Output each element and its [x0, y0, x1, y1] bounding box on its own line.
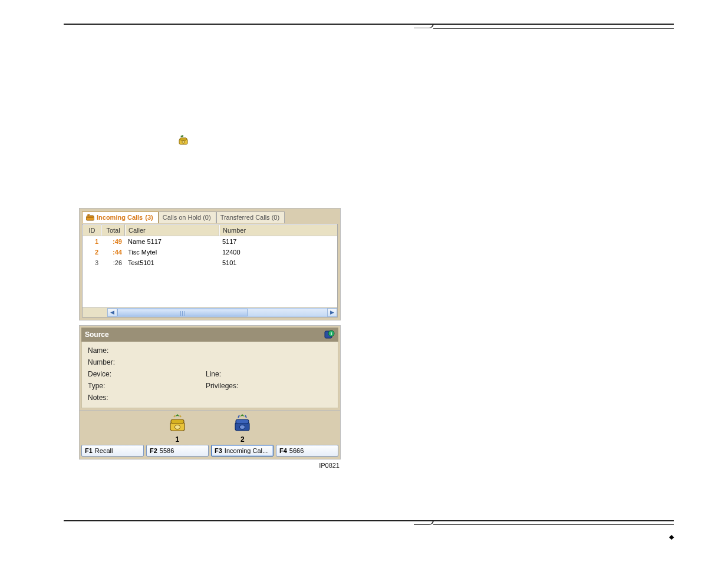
softkey-f2-label: 5586: [160, 447, 174, 454]
cell-id: 1: [83, 236, 101, 247]
scroll-track[interactable]: [117, 308, 327, 317]
cell-id: 2: [83, 247, 101, 257]
softkey-f1[interactable]: F1 Recall: [81, 445, 144, 457]
softkey-f4-key: F4: [279, 447, 287, 454]
page-bottom-notch: [414, 520, 434, 525]
tab-hold-label: Calls on Hold (0): [163, 214, 211, 221]
grid-header: ID Total Caller Number: [83, 224, 337, 236]
svg-rect-9: [171, 419, 184, 424]
svg-point-2: [182, 141, 185, 143]
svg-text:i: i: [331, 331, 332, 336]
tab-incoming-label: Incoming Calls: [97, 214, 143, 221]
table-row[interactable]: 2 :44 Tisc Mytel 12400: [83, 247, 337, 257]
source-field-privileges: Privileges:: [206, 382, 324, 390]
source-header: Source i: [81, 328, 338, 342]
softkey-f4-label: 5666: [289, 447, 304, 454]
cell-caller: Name 5117: [125, 236, 219, 247]
page-bottom-rule-thin: [433, 524, 674, 525]
col-header-total[interactable]: Total: [101, 224, 125, 236]
cell-number: 5101: [219, 257, 337, 268]
page-top-rule: [64, 24, 674, 25]
cell-number: 5117: [219, 236, 337, 247]
scroll-thumb[interactable]: [117, 309, 248, 316]
source-field-device: Device:: [88, 370, 206, 378]
source-field-type: Type:: [88, 382, 206, 390]
source-field-name: Name:: [88, 346, 324, 355]
table-row[interactable]: 3 :26 Test5101 5101: [83, 257, 337, 268]
figure-id: IP0821: [79, 459, 341, 469]
page-top-rule-thin: [433, 28, 674, 29]
call-queues-panel: Incoming Calls (3) Calls on Hold (0) Tra…: [79, 208, 341, 320]
tab-calls-on-hold[interactable]: Calls on Hold (0): [159, 211, 216, 223]
softkey-f1-key: F1: [85, 447, 93, 454]
svg-point-10: [174, 425, 180, 429]
softkey-strip: 1 2: [79, 411, 341, 459]
ringing-phone-blue-icon: [232, 413, 252, 434]
tab-transferred-calls[interactable]: Transferred Calls (0): [216, 211, 285, 223]
cell-number: 12400: [219, 247, 337, 257]
tab-incoming-calls[interactable]: Incoming Calls (3): [82, 211, 159, 223]
svg-rect-4: [87, 216, 94, 217]
col-header-caller[interactable]: Caller: [125, 224, 219, 236]
tab-incoming-count: (3): [145, 214, 153, 221]
phone-line-2-number: 2: [241, 435, 245, 444]
page-bottom-rule: [64, 520, 674, 521]
softkey-f3[interactable]: F3 Incoming Cal...: [211, 445, 274, 457]
cell-total: :44: [101, 247, 125, 257]
softkey-f4[interactable]: F4 5666: [276, 445, 338, 457]
table-row[interactable]: 1 :49 Name 5117 5117: [83, 236, 337, 247]
call-tabs: Incoming Calls (3) Calls on Hold (0) Tra…: [82, 211, 338, 223]
col-header-id[interactable]: ID: [83, 224, 101, 236]
calls-panel-screenshot: Incoming Calls (3) Calls on Hold (0) Tra…: [79, 208, 341, 469]
source-body: Name: Number: Device: Line: Type: Privil…: [81, 342, 338, 408]
grid-body: 1 :49 Name 5117 5117 2 :44 Tisc Mytel 12…: [83, 236, 337, 307]
source-field-number: Number:: [88, 358, 324, 366]
cell-caller: Tisc Mytel: [125, 247, 219, 257]
scroll-right-button[interactable]: ▶: [327, 308, 337, 317]
svg-rect-12: [236, 419, 249, 424]
incoming-call-icon: [178, 135, 189, 146]
source-panel: Source i Name: Number: Device: Line: Typ…: [79, 325, 341, 411]
svg-rect-1: [180, 138, 187, 140]
col-header-number[interactable]: Number: [219, 224, 337, 236]
cell-id: 3: [83, 257, 101, 268]
scroll-left-button[interactable]: ◀: [107, 308, 117, 317]
cell-total: :26: [101, 257, 125, 268]
tab-xfer-label: Transferred Calls (0): [220, 214, 279, 221]
ringing-phone-yellow-icon: [167, 413, 187, 434]
source-field-notes: Notes:: [88, 394, 324, 402]
softkey-f1-label: Recall: [95, 447, 113, 454]
cell-caller: Test5101: [125, 257, 219, 268]
footer-bullet: ◆: [669, 533, 674, 541]
source-field-line: Line:: [206, 370, 324, 378]
info-card-icon[interactable]: i: [324, 330, 335, 339]
incoming-tab-icon: [86, 214, 94, 221]
cell-total: :49: [101, 236, 125, 247]
softkey-f3-label: Incoming Cal...: [225, 447, 268, 454]
phone-line-1[interactable]: 1: [167, 413, 187, 444]
page-top-notch: [414, 24, 434, 28]
incoming-calls-grid: ID Total Caller Number 1 :49 Name 5117 5…: [82, 224, 338, 318]
softkey-f2-key: F2: [150, 447, 157, 454]
grid-horizontal-scrollbar[interactable]: ◀ ▶: [83, 307, 337, 317]
source-title: Source: [85, 330, 109, 339]
softkey-f3-key: F3: [215, 447, 222, 454]
svg-point-13: [240, 425, 245, 429]
softkey-f2[interactable]: F2 5586: [146, 445, 209, 457]
phone-line-1-number: 1: [175, 435, 179, 444]
phone-line-2[interactable]: 2: [232, 413, 252, 444]
